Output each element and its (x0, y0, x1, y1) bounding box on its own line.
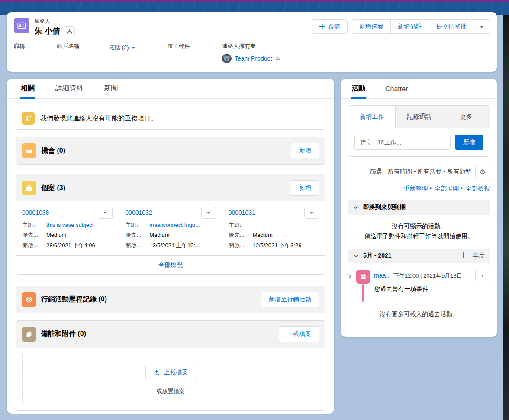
chevron-down-icon (103, 212, 107, 214)
file-dropzone[interactable]: 上載檔案 或放置檔案 (22, 354, 319, 404)
timeline-item-event: maa... 下午12:00 | 2021年5月13日 您過去曾有一項事件 (347, 270, 490, 302)
follow-button[interactable]: 跟隨 (312, 19, 348, 34)
activity-settings-button[interactable]: ⚙ (475, 165, 490, 179)
case-row-actions-button[interactable] (201, 207, 216, 219)
record-tabs: 相關 詳細資料 新聞 (7, 79, 334, 99)
activity-tabs: 活動 Chatter (341, 79, 497, 99)
create-task-input[interactable] (354, 135, 451, 150)
opportunity-icon (22, 143, 36, 158)
contact-icon (14, 18, 29, 33)
plus-icon (319, 24, 325, 29)
add-to-campaign-button[interactable]: 新增至行銷活動 (261, 292, 319, 307)
campaign-history-title: 行銷活動歷程記錄 (0) (41, 295, 107, 304)
case-tile: 00001031 主題: 優先...Medium 開啟...12/5/2021 … (222, 201, 325, 255)
new-case-button[interactable]: 新增個案 (352, 19, 391, 34)
tab-details[interactable]: 詳細資料 (55, 80, 84, 98)
more-actions-dropdown-button[interactable] (474, 19, 490, 34)
page-title: 朱 小倩 (35, 26, 60, 36)
chevron-down-icon (310, 212, 313, 214)
upload-icon (153, 369, 160, 376)
tab-chatter[interactable]: Chatter (384, 81, 409, 98)
field-email-label: 電子郵件 (168, 42, 190, 50)
action-button-group: 新增個案 新增備註 提交待審批 (352, 19, 490, 34)
timeline-connector (362, 284, 364, 302)
chevron-down-icon (132, 47, 135, 49)
dropzone-hint-text: 或放置檔案 (27, 388, 314, 395)
filter-value: 所有時間 • 所有活動 • 所有類型 (388, 168, 471, 176)
org-chart-icon (67, 29, 72, 34)
tab-log-call[interactable]: 記錄通話 (396, 106, 442, 128)
activity-composer: 新增工作 記錄通話 更多 新增 (348, 105, 490, 157)
case-subject-link[interactable]: maaiiconnect Inqu... (149, 222, 200, 229)
empty-line-1: 沒有可顯示的活動。 (345, 221, 493, 231)
field-contact-owner: 連絡人擁有者 Team Product (222, 42, 490, 63)
tab-activity[interactable]: 活動 (351, 80, 366, 98)
event-icon (356, 270, 370, 284)
case-row-actions-button[interactable] (304, 207, 319, 219)
tab-more[interactable]: 更多 (443, 106, 490, 128)
tab-news[interactable]: 新聞 (103, 80, 119, 98)
view-all-link[interactable]: 全部檢視 (461, 185, 490, 192)
case-subject-label: 主題: (229, 222, 253, 229)
entity-type-label: 連絡人 (35, 18, 75, 25)
case-subject-link[interactable]: this is case subject (46, 222, 93, 229)
field-account-label: 帳戶名稱 (57, 42, 80, 50)
case-number-link[interactable]: 00001031 (229, 209, 255, 216)
case-opened-value: 28/6/2021 下午4:06 (46, 242, 95, 249)
add-task-button[interactable]: 新增 (455, 135, 483, 150)
tab-related[interactable]: 相關 (20, 80, 35, 98)
tab-new-task[interactable]: 新增工作 (348, 106, 396, 128)
case-icon (22, 181, 36, 195)
submit-for-approval-button[interactable]: 提交待審批 (429, 19, 474, 34)
field-owner-label: 連絡人擁有者 (222, 42, 256, 50)
upcoming-empty-state: 沒有可顯示的活動。 傳送電子郵件和排程工作等以開始使用。 (341, 221, 497, 241)
case-opened-label: 開啟... (229, 242, 253, 249)
cases-new-button[interactable]: 新增 (291, 180, 319, 196)
change-owner-icon[interactable] (275, 55, 281, 61)
notes-attachments-title: 備註和附件 (0) (41, 330, 86, 339)
duplicate-message: 我們發現此連絡人沒有可能的重複項目。 (40, 114, 157, 123)
record-body-card: 相關 詳細資料 新聞 我們發現此連絡人沒有可能的重複項目。 機會 (0) 新增 … (7, 79, 334, 414)
case-number-link[interactable]: 00001038 (22, 209, 49, 216)
upload-files-button[interactable]: 上載檔案 (279, 326, 319, 342)
activity-links: 重新整理 全部展開 全部檢視 (348, 185, 490, 193)
phone-dropdown[interactable]: 電話 (2) (109, 44, 135, 52)
event-actions-button[interactable] (475, 270, 490, 281)
dropzone-upload-button[interactable]: 上載檔案 (145, 365, 196, 380)
upcoming-overdue-section-header[interactable]: 即將到來與到期 (348, 200, 490, 215)
case-subject-label: 主題: (22, 222, 46, 229)
event-description: 您過去曾有一項事件 (374, 285, 490, 293)
chevron-right-icon[interactable] (347, 274, 352, 279)
new-note-button[interactable]: 新增備註 (390, 19, 429, 34)
duplicate-check-icon (22, 112, 35, 125)
field-email: 電子郵件 (168, 42, 222, 63)
related-list-campaign-history: 行銷活動歷程記錄 (0) 新增至行銷活動 (16, 286, 325, 313)
refresh-link[interactable]: 重新整理 (403, 185, 428, 192)
field-phone: 電話 (2) (109, 42, 168, 63)
case-priority-label: 優先... (22, 232, 46, 239)
case-tile: 00001032 主題:maaiiconnect Inqu... 優先...Me… (119, 201, 222, 255)
owner-link[interactable]: Team Product (235, 55, 272, 62)
expand-all-link[interactable]: 全部展開 (429, 185, 459, 192)
opportunities-new-button[interactable]: 新增 (291, 143, 319, 158)
field-title: 職稱 (14, 42, 57, 63)
case-row-actions-button[interactable] (98, 207, 113, 219)
no-more-activities-text: 沒有更多可載入的過去活動。 (341, 310, 497, 318)
field-account-name: 帳戶名稱 (57, 42, 109, 63)
opportunities-title: 機會 (0) (41, 146, 65, 155)
event-datetime: 下午12:00 | 2021年5月13日 (393, 272, 462, 280)
field-title-label: 職稱 (14, 42, 25, 50)
previous-year-label[interactable]: 上一年度 (461, 252, 485, 260)
case-opened-label: 開啟... (22, 242, 46, 249)
case-number-link[interactable]: 00001032 (125, 209, 152, 216)
event-link[interactable]: maa... (374, 272, 391, 279)
case-priority-value: Medium (46, 232, 66, 239)
owner-avatar (222, 54, 232, 63)
related-list-opportunities: 機會 (0) 新增 (16, 137, 325, 165)
month-section-header[interactable]: 5月 • 2021 上一年度 (348, 249, 490, 263)
hierarchy-button[interactable] (64, 26, 75, 36)
case-priority-value: Medium (253, 232, 273, 239)
background-photo-strip (503, 15, 509, 420)
case-opened-value: 13/5/2021 上午10:... (149, 242, 200, 249)
cases-view-all-link[interactable]: 全部檢視 (158, 261, 183, 268)
